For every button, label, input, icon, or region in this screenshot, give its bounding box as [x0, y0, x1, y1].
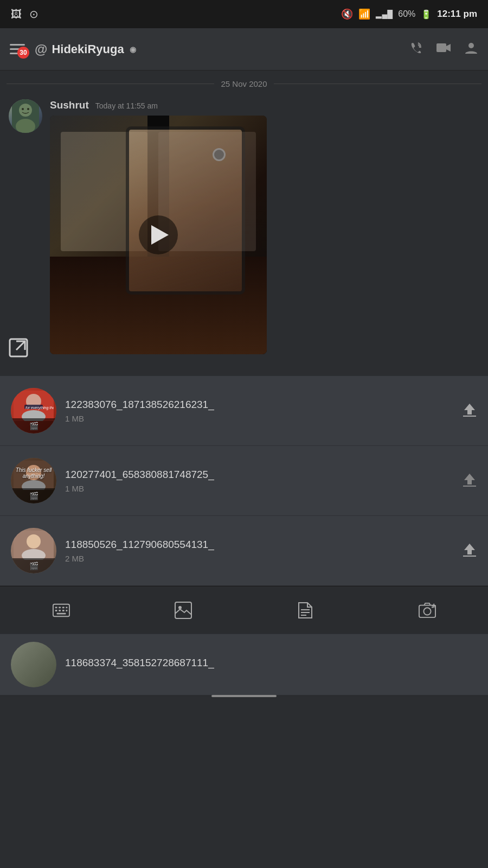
file-item-1[interactable]: for everything that 🎬 122383076_18713852…: [0, 376, 488, 446]
svg-rect-27: [55, 607, 57, 608]
wifi-icon: 📶: [358, 8, 370, 20]
file-thumbnail-3: 🎬: [11, 528, 56, 573]
svg-point-42: [423, 608, 431, 615]
toolbar: 30 @ HidekiRyuga ◉: [0, 28, 488, 71]
camera-button[interactable]: [411, 594, 444, 627]
photo-icon: 🖼: [11, 8, 22, 21]
file-video-icon-2: 🎬: [11, 488, 56, 503]
svg-point-5: [22, 108, 24, 110]
signal-icon: ▂▄█: [376, 10, 393, 18]
play-button[interactable]: [139, 215, 178, 254]
channel-name: HidekiRyuga: [52, 42, 124, 56]
file-size-3: 2 MB: [65, 554, 453, 563]
file-info-1: 122383076_187138526216231_ 1 MB: [65, 399, 453, 423]
svg-marker-24: [464, 544, 475, 554]
svg-rect-32: [59, 610, 61, 611]
file-video-icon-1: 🎬: [11, 418, 56, 433]
file-item-3[interactable]: 🎬 118850526_112790680554131_ 2 MB: [0, 516, 488, 586]
instagram-icon: ⊙: [29, 8, 38, 21]
svg-point-3: [19, 104, 32, 117]
file-name-4: 118683374_358152728687111_: [65, 657, 477, 669]
svg-rect-31: [55, 610, 57, 611]
status-bar-right: 🔇 📶 ▂▄█ 60% 🔋 12:11 pm: [341, 8, 477, 20]
file-item-4-partial[interactable]: 118683374_358152728687111_: [0, 634, 488, 695]
upload-button-3[interactable]: [462, 541, 477, 560]
bottom-toolbar: [0, 586, 488, 634]
svg-text:for everything that: for everything that: [25, 406, 54, 410]
svg-rect-25: [463, 556, 476, 557]
svg-rect-0: [436, 43, 446, 52]
file-thumbnail-4: [11, 642, 56, 687]
file-info-3: 118850526_112790680554131_ 2 MB: [65, 539, 453, 563]
file-name-2: 120277401_658380881748725_: [65, 469, 453, 481]
status-bar-left: 🖼 ⊙: [11, 8, 38, 21]
file-size-2: 1 MB: [65, 484, 453, 493]
keyboard-button[interactable]: [45, 594, 78, 627]
time-display: 12:11 pm: [437, 9, 477, 20]
svg-point-43: [432, 606, 433, 608]
profile-button[interactable]: [464, 41, 478, 58]
file-info-2: 120277401_658380881748725_ 1 MB: [65, 469, 453, 493]
file-name-3: 118850526_112790680554131_: [65, 539, 453, 551]
file-thumbnail-2: This fucker sell anything! 🎬: [11, 458, 56, 503]
svg-rect-29: [62, 607, 64, 608]
file-video-icon-3: 🎬: [11, 558, 56, 573]
file-info-4: 118683374_358152728687111_: [65, 657, 477, 672]
sender-name: Sushrut: [50, 99, 89, 111]
svg-marker-19: [464, 474, 475, 484]
video-attachment[interactable]: [50, 116, 267, 354]
gallery-button[interactable]: [167, 594, 200, 627]
svg-rect-30: [66, 607, 67, 608]
external-link-icon[interactable]: [9, 338, 30, 360]
svg-point-22: [27, 534, 41, 548]
svg-rect-28: [59, 607, 61, 608]
message-timestamp: Today at 11:55 am: [95, 101, 158, 110]
svg-rect-33: [62, 610, 64, 611]
channel-title: @ HidekiRyuga ◉: [35, 42, 399, 57]
chat-area: Sushrut Today at 11:55 am: [0, 94, 488, 365]
svg-point-6: [27, 108, 29, 110]
file-list: for everything that 🎬 122383076_18713852…: [0, 376, 488, 586]
battery-level: 60%: [398, 9, 415, 19]
message-row: Sushrut Today at 11:55 am: [9, 99, 479, 354]
message-content: Sushrut Today at 11:55 am: [50, 99, 479, 354]
status-bar: 🖼 ⊙ 🔇 📶 ▂▄█ 60% 🔋 12:11 pm: [0, 0, 488, 28]
file-name-1: 122383076_187138526216231_: [65, 399, 453, 411]
svg-line-8: [16, 341, 25, 350]
toolbar-actions: [409, 41, 478, 58]
upload-button-2[interactable]: [462, 471, 477, 490]
notification-badge: 30: [17, 47, 29, 59]
file-item-2[interactable]: This fucker sell anything! 🎬 120277401_6…: [0, 446, 488, 516]
svg-marker-14: [464, 404, 475, 414]
date-separator: 25 Nov 2020: [0, 71, 488, 94]
upload-button-1[interactable]: [462, 401, 477, 420]
mute-icon: 🔇: [341, 8, 353, 20]
svg-rect-20: [463, 486, 476, 487]
video-call-button[interactable]: [436, 42, 451, 57]
battery-icon: 🔋: [421, 9, 432, 20]
svg-rect-36: [175, 602, 191, 618]
voice-call-button[interactable]: [409, 41, 423, 58]
file-size-1: 1 MB: [65, 414, 453, 423]
svg-rect-15: [463, 416, 476, 417]
menu-button[interactable]: 30: [10, 44, 25, 54]
files-button[interactable]: [289, 594, 322, 627]
svg-rect-34: [66, 610, 67, 611]
svg-rect-35: [56, 612, 66, 614]
svg-point-1: [468, 43, 474, 48]
play-triangle-icon: [151, 225, 169, 245]
sender-avatar: [9, 99, 42, 133]
at-icon: @: [35, 42, 47, 57]
file-thumbnail-1: for everything that 🎬: [11, 388, 56, 433]
message-header: Sushrut Today at 11:55 am: [50, 99, 479, 111]
online-dot-icon: ◉: [130, 45, 136, 54]
file-caption-2: This fucker sell anything!: [11, 458, 56, 488]
